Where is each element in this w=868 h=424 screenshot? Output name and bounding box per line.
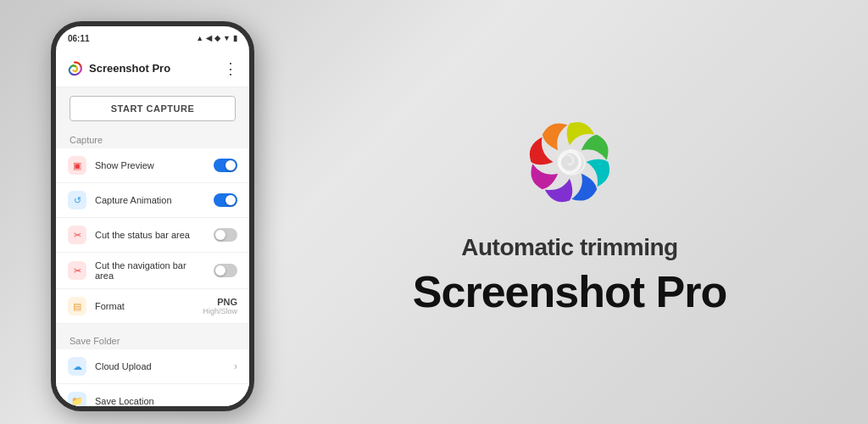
hero-subtitle: Automatic trimming xyxy=(461,234,677,261)
signal-icon: ◀ xyxy=(206,34,212,42)
overflow-menu-icon[interactable]: ⋮ xyxy=(223,59,239,78)
save-section-label: Save Folder xyxy=(56,331,249,349)
cut-status-bar-label: Cut the status bar area xyxy=(95,230,205,240)
save-location-icon: 📁 xyxy=(68,392,86,406)
format-icon: ▤ xyxy=(68,297,86,315)
app-title-row: Screenshot Pro xyxy=(66,60,170,77)
app-name: Screenshot Pro xyxy=(89,62,170,75)
save-location-item[interactable]: 📁 Save Location xyxy=(56,384,249,406)
cut-nav-bar-icon: ✂ xyxy=(68,261,86,280)
capture-animation-label: Capture Animation xyxy=(95,195,205,205)
capture-animation-icon: ↺ xyxy=(68,191,86,209)
cut-status-bar-toggle[interactable] xyxy=(214,228,237,242)
cloud-upload-chevron: › xyxy=(234,360,237,372)
phone-mockup: 06:11 ▲ ◀ ◆ ▼ ▮ xyxy=(51,21,254,411)
start-capture-button[interactable]: START CAPTURE xyxy=(70,96,236,121)
battery-icon: ▲ xyxy=(196,34,203,42)
cloud-upload-item[interactable]: ☁ Cloud Upload › xyxy=(56,349,249,384)
app-logo-large xyxy=(515,107,625,217)
volume-icon: ▼ xyxy=(223,34,231,42)
save-list: ☁ Cloud Upload › 📁 Save Location xyxy=(56,349,249,406)
cut-status-bar-item[interactable]: ✂ Cut the status bar area xyxy=(56,218,249,253)
settings-list: ▣ Show Preview ↺ Capture Animation ✂ xyxy=(56,148,249,324)
phone-content: START CAPTURE Capture ▣ Show Preview ↺ xyxy=(56,87,249,406)
status-bar: 06:11 ▲ ◀ ◆ ▼ ▮ xyxy=(56,26,249,50)
capture-animation-item[interactable]: ↺ Capture Animation xyxy=(56,183,249,218)
app-top-bar: Screenshot Pro ⋮ xyxy=(56,50,249,87)
status-icons: ▲ ◀ ◆ ▼ ▮ xyxy=(196,34,237,42)
show-preview-icon: ▣ xyxy=(68,156,86,175)
wifi-icon: ◆ xyxy=(214,34,220,42)
show-preview-label: Show Preview xyxy=(95,160,205,170)
show-preview-item[interactable]: ▣ Show Preview xyxy=(56,148,249,183)
capture-animation-toggle[interactable] xyxy=(214,193,237,207)
phone-frame: 06:11 ▲ ◀ ◆ ▼ ▮ xyxy=(51,21,254,411)
format-label: Format xyxy=(95,301,194,311)
cut-nav-bar-label: Cut the navigation bar area xyxy=(95,260,205,281)
battery-level-icon: ▮ xyxy=(233,34,237,42)
cut-nav-bar-toggle[interactable] xyxy=(214,264,237,277)
cut-status-bar-icon: ✂ xyxy=(68,226,86,244)
show-preview-toggle[interactable] xyxy=(214,159,237,172)
hero-title: Screenshot Pro xyxy=(413,268,726,316)
format-value: PNG High/Slow xyxy=(203,297,237,315)
status-time: 06:11 xyxy=(68,34,90,43)
cut-nav-bar-item[interactable]: ✂ Cut the navigation bar area xyxy=(56,253,249,289)
capture-section-label: Capture xyxy=(56,130,249,148)
app-logo-small xyxy=(66,60,83,77)
cloud-upload-label: Cloud Upload xyxy=(95,361,225,371)
save-location-label: Save Location xyxy=(95,396,237,406)
hero-section: Automatic trimming Screenshot Pro xyxy=(254,90,868,333)
cloud-upload-icon: ☁ xyxy=(68,357,86,376)
format-item[interactable]: ▤ Format PNG High/Slow xyxy=(56,289,249,324)
